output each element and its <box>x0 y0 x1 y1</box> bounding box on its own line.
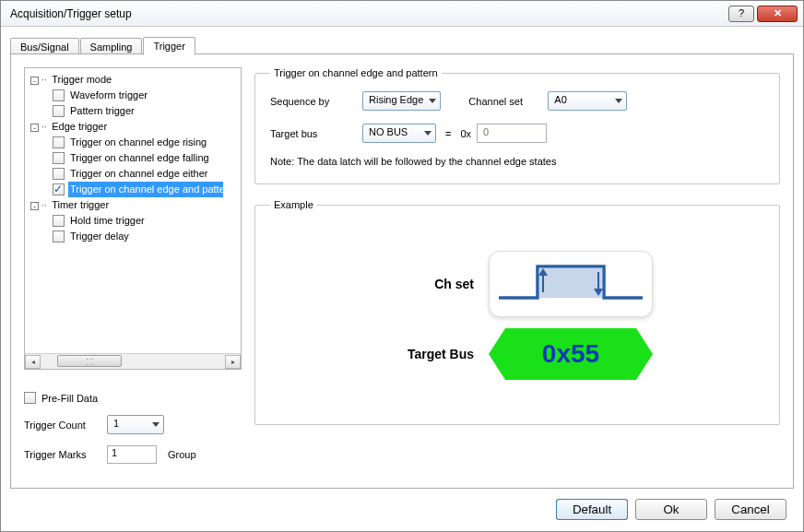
trigger-tree[interactable]: -·· Trigger mode Waveform trigger Patter… <box>24 67 242 370</box>
tab-strip: Bus/Signal Sampling Trigger <box>10 34 794 54</box>
example-bus-value: 0x55 <box>542 339 599 369</box>
tab-trigger[interactable]: Trigger <box>143 37 195 55</box>
tree-node-edge-trigger[interactable]: -·· Edge trigger <box>30 119 241 135</box>
checkbox[interactable] <box>53 89 65 101</box>
tree-item-edge-falling[interactable]: Trigger on channel edge falling <box>53 150 241 166</box>
trigger-marks-label: Trigger Marks <box>24 449 107 460</box>
scroll-left-icon[interactable]: ◂ <box>25 355 41 369</box>
tree-item-pattern-trigger[interactable]: Pattern trigger <box>53 103 241 119</box>
prefill-checkbox[interactable] <box>24 392 36 404</box>
note-text: Note: The data latch will be followed by… <box>270 156 764 167</box>
example-chset-label: Ch set <box>382 277 474 291</box>
title-bar: Acquisition/Trigger setup ? ✕ <box>1 1 803 27</box>
checkbox[interactable] <box>53 215 65 227</box>
trigger-marks-unit: Group <box>168 449 196 460</box>
sequence-by-label: Sequence by <box>270 96 362 107</box>
trigger-count-label: Trigger Count <box>24 420 107 431</box>
prefill-label: Pre-Fill Data <box>41 393 98 404</box>
scroll-thumb[interactable] <box>57 355 122 367</box>
tab-panel-trigger: -·· Trigger mode Waveform trigger Patter… <box>10 53 794 489</box>
target-bus-label: Target bus <box>270 128 362 139</box>
trigger-marks-row: Trigger Marks 1 Group <box>24 445 242 464</box>
tree-node-timer-trigger[interactable]: -·· Timer trigger <box>30 197 241 213</box>
example-bus-shape: 0x55 <box>489 328 653 380</box>
window-title: Acquisition/Trigger setup <box>10 7 726 20</box>
trigger-settings-legend: Trigger on channel edge and pattern <box>270 67 442 78</box>
horizontal-scrollbar[interactable]: ◂ ▸ <box>25 353 241 369</box>
trigger-marks-input[interactable]: 1 <box>107 445 157 464</box>
checkbox[interactable] <box>53 152 65 164</box>
tree-item-edge-pattern[interactable]: Trigger on channel edge and pattern <box>53 182 241 197</box>
svg-rect-0 <box>538 266 604 298</box>
tree-item-edge-rising[interactable]: Trigger on channel edge rising <box>53 135 241 150</box>
scroll-track[interactable] <box>41 355 225 369</box>
collapse-icon[interactable]: - <box>30 202 39 210</box>
checkbox[interactable] <box>53 136 65 148</box>
prefill-row: Pre-Fill Data <box>24 392 242 404</box>
checkbox[interactable] <box>53 105 65 117</box>
checkbox[interactable] <box>53 231 65 242</box>
collapse-icon[interactable]: - <box>30 77 39 85</box>
dialog-buttons: Default Ok Cancel <box>556 499 786 520</box>
waveform-icon <box>497 257 644 311</box>
hex-value-input[interactable]: 0 <box>477 124 547 143</box>
tree-item-waveform-trigger[interactable]: Waveform trigger <box>53 88 241 103</box>
trigger-count-row: Trigger Count 1 <box>24 415 242 434</box>
checkbox[interactable] <box>53 168 65 180</box>
cancel-button[interactable]: Cancel <box>715 499 786 520</box>
checkbox[interactable] <box>53 183 65 195</box>
example-target-bus-label: Target Bus <box>382 347 474 361</box>
target-bus-combo[interactable]: NO BUS <box>362 124 436 143</box>
hex-prefix-label: 0x <box>460 128 471 139</box>
equals-label: = <box>445 128 451 139</box>
sequence-by-combo[interactable]: Rising Edge <box>362 91 441 111</box>
example-fieldset: Example Ch set <box>254 199 780 425</box>
scroll-right-icon[interactable]: ▸ <box>225 355 241 369</box>
tree-item-edge-either[interactable]: Trigger on channel edge either <box>53 166 241 182</box>
help-icon: ? <box>739 8 744 18</box>
trigger-count-combo[interactable]: 1 <box>107 415 164 434</box>
default-button[interactable]: Default <box>556 499 628 520</box>
channel-set-combo[interactable]: A0 <box>548 91 627 111</box>
ok-button[interactable]: Ok <box>635 499 707 520</box>
tree-item-hold-time[interactable]: Hold time trigger <box>53 213 241 229</box>
channel-set-label: Channel set <box>468 96 548 107</box>
tree-item-trigger-delay[interactable]: Trigger delay <box>53 229 241 244</box>
collapse-icon[interactable]: - <box>30 124 39 132</box>
tree-node-trigger-mode[interactable]: -·· Trigger mode <box>30 72 241 88</box>
trigger-settings-fieldset: Trigger on channel edge and pattern Sequ… <box>254 67 780 184</box>
close-button[interactable]: ✕ <box>757 6 798 22</box>
close-icon: ✕ <box>774 8 782 18</box>
help-button[interactable]: ? <box>728 6 754 22</box>
example-waveform-card <box>489 251 653 317</box>
example-legend: Example <box>270 199 317 210</box>
